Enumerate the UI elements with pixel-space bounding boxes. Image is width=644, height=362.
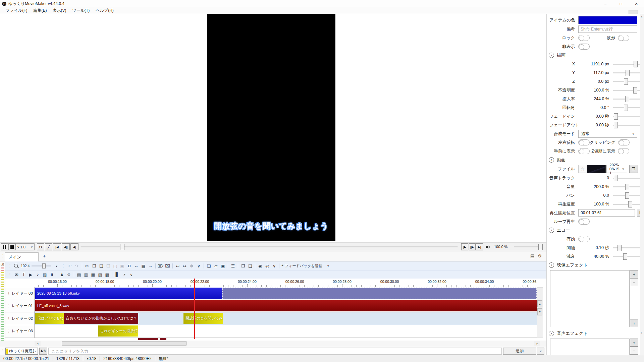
fade-in-slider-thumb[interactable]	[614, 113, 618, 120]
scroll-down-button[interactable]: ▼	[537, 308, 542, 315]
timeline-horizontal-scrollbar[interactable]: ◂ ▸	[0, 341, 546, 347]
hscroll-thumb[interactable]	[62, 341, 187, 346]
pan-slider-thumb[interactable]	[625, 192, 629, 199]
timeline-ruler[interactable]: 00:00:16.0000:00:18.0000:00:20.0000:00:2…	[5, 279, 537, 287]
chevron-down-icon[interactable]: ∨	[128, 272, 135, 278]
add-serif-button[interactable]: 追加	[503, 348, 536, 355]
delete-ripple-icon[interactable]: ⌧	[164, 263, 171, 269]
face-item-icon[interactable]: ☺	[66, 272, 72, 278]
flip-h-toggle[interactable]	[578, 139, 590, 145]
jump-end-icon[interactable]: ↦	[181, 263, 188, 269]
collapse-icon[interactable]: ∧	[549, 228, 554, 233]
open-folder-icon[interactable]: ❒	[629, 165, 638, 173]
scroll-left-button[interactable]: ◂	[35, 341, 41, 346]
undo-icon[interactable]: ↶	[67, 263, 73, 269]
cut-icon[interactable]: ✂	[84, 263, 90, 269]
track-row[interactable]: これがギターの開放弦の	[35, 325, 537, 338]
favorite-star-icon[interactable]: ☆	[578, 165, 587, 173]
scroll-right-button[interactable]: ▸	[534, 341, 540, 346]
effect-item-icon[interactable]: ▧	[97, 272, 103, 278]
drag-handle-icon[interactable]: ⋮	[1, 254, 5, 258]
chevron-down-icon[interactable]: ∨	[196, 263, 202, 269]
collapse-icon[interactable]: ∧	[549, 331, 554, 336]
fade-in-slider[interactable]	[613, 116, 640, 117]
hidden-toggle[interactable]	[578, 44, 590, 50]
lock-toggle[interactable]	[578, 35, 590, 41]
video-preview[interactable]: 開放弦の音を聞いてみましょう	[207, 14, 335, 241]
loop-toggle[interactable]	[578, 219, 590, 225]
go-start-button[interactable]: |◀	[53, 243, 61, 250]
audio-effects-list[interactable]	[550, 339, 630, 355]
fade-out-slider[interactable]	[613, 125, 640, 126]
scroll-down-icon[interactable]: ∨	[641, 331, 643, 334]
echo-interval-slider[interactable]	[613, 247, 640, 248]
add-audio-effects-button[interactable]: +	[630, 339, 638, 347]
x-slider[interactable]	[613, 64, 640, 65]
volume-slider[interactable]	[613, 186, 640, 187]
layer-header[interactable]: ⋮レイヤー 02	[5, 312, 34, 325]
text-item-icon[interactable]: T	[20, 272, 27, 278]
serif-input[interactable]	[48, 348, 502, 355]
file-select[interactable]: 2025-08-15 1∨	[606, 165, 627, 173]
subtitle-item-icon[interactable]: ✉	[13, 272, 20, 278]
drag-handle-icon[interactable]: ⋮	[8, 264, 12, 268]
item-color-swatch[interactable]	[578, 16, 637, 24]
play-speed-slider[interactable]	[613, 204, 640, 205]
speaker-icon[interactable]	[486, 245, 490, 249]
scroll-up-icon[interactable]: ∧	[641, 15, 643, 18]
front-toggle[interactable]	[578, 148, 590, 154]
playback-speed-select[interactable]: x 1.0∨	[16, 243, 35, 250]
timeline-clip[interactable]: 音良くないとかの指摘がこわいだけでは？	[64, 313, 138, 324]
drag-handle-icon[interactable]: ⋮	[1, 349, 5, 353]
panel-scrollbar[interactable]: ∧ ∨	[640, 14, 644, 355]
more-video-effects-button[interactable]: ⋮	[630, 319, 638, 327]
rotation-slider-thumb[interactable]	[624, 105, 628, 111]
next-frame-button[interactable]: ||▶	[469, 243, 476, 250]
collapse-icon[interactable]: ∧	[549, 157, 554, 163]
volume-slider-thumb[interactable]	[538, 244, 543, 250]
grid-mode-icon[interactable]: ▦	[140, 263, 147, 269]
echo-enabled-toggle[interactable]	[578, 236, 590, 242]
remove-video-effects-button[interactable]: −	[630, 278, 638, 286]
volume-slider-thumb[interactable]	[625, 184, 629, 190]
play-start-input[interactable]	[578, 209, 635, 217]
go-end-button[interactable]: ▶|	[476, 243, 483, 250]
frame-paste-icon[interactable]: ▢	[112, 263, 118, 269]
echo-interval-slider-thumb[interactable]	[618, 245, 622, 251]
z-slider[interactable]	[613, 81, 640, 82]
new-file-icon[interactable]: ❏	[206, 263, 212, 269]
shape-item-icon[interactable]: ⠿	[49, 272, 55, 278]
collapse-icon[interactable]: ∧	[549, 53, 554, 58]
opacity-slider[interactable]	[613, 90, 640, 91]
screenshot-settings-icon[interactable]: ◎	[264, 263, 270, 269]
timeline-clip[interactable]: これがギターの開放弦の	[98, 325, 138, 337]
echo-decay-slider[interactable]	[613, 256, 640, 257]
video-item-icon[interactable]: ▶	[28, 272, 34, 278]
track-row[interactable]: 2025-08-15 13-18-56.mkv	[35, 287, 537, 300]
waveform-toggle[interactable]	[618, 35, 629, 41]
collapse-icon[interactable]: ∧	[549, 262, 554, 268]
export-copy-icon[interactable]: ❐	[240, 263, 246, 269]
layer-header[interactable]: ⋮レイヤー 03	[5, 325, 34, 338]
voice-edit-button[interactable]: ♟✎	[39, 348, 47, 355]
note-input[interactable]	[578, 25, 637, 33]
paste-insert-icon[interactable]: ❒	[105, 263, 111, 269]
play-start-time-button[interactable]: 時	[637, 209, 640, 217]
lock-icon[interactable]: ◘	[126, 263, 132, 269]
chevron-down-icon[interactable]: ∨	[325, 263, 331, 269]
export-save-icon[interactable]: ❑	[247, 263, 253, 269]
prev-frame-button[interactable]: ◀||	[62, 243, 70, 250]
blend-mode-select[interactable]: 通常∨	[578, 130, 637, 138]
move-mode-icon[interactable]: ↔	[133, 263, 140, 269]
wait-item-icon[interactable]: ◔	[121, 272, 127, 278]
add-serif-dropdown[interactable]: ∨	[537, 348, 544, 355]
screenshot-icon[interactable]: ◉	[257, 263, 263, 269]
tab-main[interactable]: メイン	[5, 252, 39, 261]
play-speed-slider-thumb[interactable]	[628, 201, 632, 207]
send-feedback-button[interactable]: ❝ フィードバックを送信	[281, 263, 322, 268]
layer-header[interactable]: ⋮レイヤー 00	[5, 287, 34, 300]
level-item-icon[interactable]: ▋	[114, 272, 120, 278]
save-icon[interactable]: ▣	[220, 263, 226, 269]
menu-4[interactable]: ヘルプ(H)	[93, 7, 117, 14]
x-slider-thumb[interactable]	[634, 61, 638, 67]
